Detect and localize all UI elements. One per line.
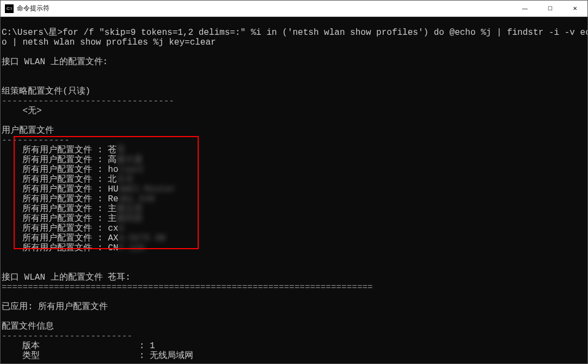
highlight-box	[14, 136, 199, 249]
command-line-1: for /f "skip=9 tokens=1,2 delims=:" %i i…	[63, 28, 587, 38]
dash-line: -------------------------	[2, 331, 132, 341]
close-button[interactable]: ✕	[562, 1, 587, 17]
eq-line: ========================================…	[2, 282, 373, 292]
type-value: 无线局域网	[150, 351, 193, 361]
titlebar[interactable]: C:\ 命令提示符 — ☐ ✕	[1, 1, 587, 17]
applied-line: 已应用: 所有用户配置文件	[2, 302, 108, 312]
group-policy-header: 组策略配置文件(只读)	[2, 87, 90, 96]
command-line-2: o | netsh wlan show profiles %j key=clea…	[2, 38, 216, 47]
version-value: 1	[150, 341, 155, 351]
app-icon: C:\	[5, 4, 14, 13]
section-interface-header: 接口 WLAN 上的配置文件:	[2, 57, 108, 67]
profile-info-header: 配置文件信息	[2, 322, 54, 331]
terminal-output[interactable]: C:\Users\星>for /f "skip=9 tokens=1,2 del…	[1, 17, 587, 363]
type-label: 类型 :	[2, 351, 150, 361]
window-title: 命令提示符	[17, 4, 50, 13]
user-profiles-header: 用户配置文件	[2, 126, 54, 135]
prompt: C:\Users\星>	[2, 28, 63, 38]
command-prompt-window: C:\ 命令提示符 — ☐ ✕ C:\Users\星>for /f "skip=…	[0, 0, 588, 364]
section-profile-detail-header: 接口 WLAN 上的配置文件 苍耳:	[2, 273, 131, 282]
none-entry: <无>	[2, 106, 42, 116]
dash-line: ---------------------------------	[2, 96, 174, 106]
minimize-button[interactable]: —	[512, 1, 537, 17]
version-label: 版本 :	[2, 341, 150, 351]
maximize-button[interactable]: ☐	[537, 1, 562, 17]
